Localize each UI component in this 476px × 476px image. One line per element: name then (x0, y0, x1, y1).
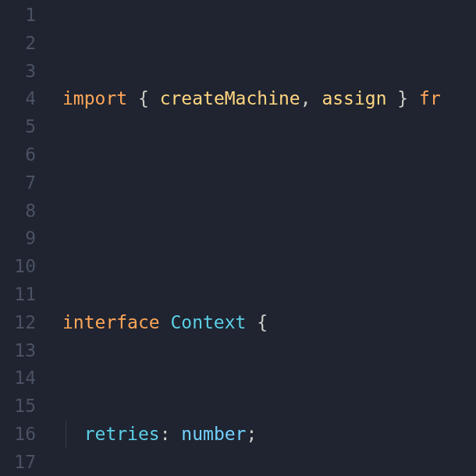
token-brace: { (138, 88, 149, 108)
line-number: 7 (0, 169, 45, 197)
code-area[interactable]: import { createMachine, assign } fr inte… (45, 0, 441, 476)
line-number: 1 (0, 2, 45, 30)
line-number: 16 (0, 421, 45, 449)
token-colon: : (160, 424, 171, 444)
code-line[interactable] (62, 197, 441, 226)
code-line[interactable]: interface Context { (62, 309, 441, 337)
line-number: 2 (0, 30, 45, 58)
line-number: 10 (0, 253, 45, 281)
line-number: 15 (0, 393, 45, 421)
line-number: 12 (0, 309, 45, 337)
token-identifier: createMachine (160, 88, 300, 108)
code-line[interactable]: retries: number; (62, 421, 441, 449)
token-property: retries (84, 424, 160, 444)
line-number: 8 (0, 197, 45, 226)
token-brace: { (257, 312, 268, 332)
line-number: 9 (0, 225, 45, 253)
line-number: 6 (0, 141, 45, 169)
token-keyword: fr (419, 88, 441, 108)
token-semicolon: ; (246, 424, 257, 444)
line-number: 3 (0, 58, 45, 86)
token-comma: , (300, 88, 311, 108)
line-number: 17 (0, 449, 45, 476)
token-keyword: import (62, 88, 127, 108)
code-editor[interactable]: 1 2 3 4 5 6 7 8 9 10 11 12 13 14 15 16 1… (0, 0, 476, 476)
line-number: 5 (0, 113, 45, 141)
token-brace: } (397, 88, 408, 108)
token-type: Context (170, 312, 246, 332)
token-type: number (181, 424, 246, 444)
line-number-gutter: 1 2 3 4 5 6 7 8 9 10 11 12 13 14 15 16 1… (0, 0, 45, 476)
token-keyword: interface (62, 312, 160, 332)
line-number: 11 (0, 281, 45, 309)
code-line[interactable]: import { createMachine, assign } fr (62, 85, 441, 113)
line-number: 4 (0, 85, 45, 113)
line-number: 13 (0, 337, 45, 365)
line-number: 14 (0, 364, 45, 393)
token-identifier: assign (321, 88, 386, 108)
